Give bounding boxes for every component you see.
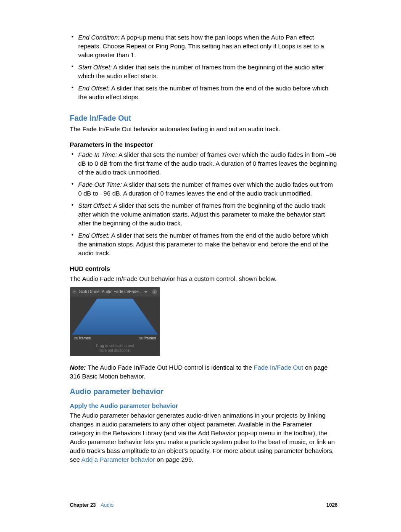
bullet-text: A slider that sets the number of frames … bbox=[78, 232, 328, 257]
info-icon[interactable]: i bbox=[152, 289, 157, 294]
body-after: on page 299. bbox=[155, 456, 194, 463]
list-item: Start Offset: A slider that sets the num… bbox=[70, 63, 338, 80]
fade-params-list: Fade In Time: A slider that sets the num… bbox=[70, 150, 338, 257]
hud-panel: × Scifi Drone: Audio Fade In/Fade… i 20 … bbox=[70, 287, 160, 356]
hud-title: Scifi Drone: Audio Fade In/Fade… bbox=[79, 289, 143, 294]
section-label: Audio bbox=[100, 502, 113, 508]
bullet-term: Start Offset: bbox=[78, 64, 112, 71]
hud-heading: HUD controls bbox=[70, 264, 338, 273]
left-frames: 20 frames bbox=[74, 336, 91, 341]
add-param-link[interactable]: Add a Parameter behavior bbox=[82, 456, 155, 463]
hud-hint: Drag to set fade in and fade out duratio… bbox=[70, 341, 160, 354]
apply-audio-sub: Apply the Audio parameter behavior bbox=[70, 401, 338, 410]
page-content: End Condition: A pop-up menu that sets h… bbox=[70, 33, 338, 466]
bullet-term: End Offset: bbox=[78, 85, 110, 92]
fade-graph[interactable] bbox=[70, 296, 160, 335]
list-item: End Offset: A slider that sets the numbe… bbox=[70, 231, 338, 257]
note-before: The Audio Fade In/Fade Out HUD control i… bbox=[88, 364, 254, 371]
bullet-text: A slider that sets the number of frames … bbox=[78, 202, 325, 227]
page-footer: Chapter 23 Audio 1026 bbox=[70, 502, 338, 509]
right-frames: 20 frames bbox=[139, 336, 156, 341]
bullet-text: A slider that sets the number of frames … bbox=[78, 151, 337, 176]
top-bullets: End Condition: A pop-up menu that sets h… bbox=[70, 33, 338, 101]
bullet-term: Fade In Time: bbox=[78, 151, 117, 158]
hud-intro: The Audio Fade In/Fade Out behavior has … bbox=[70, 274, 338, 283]
audio-param-body: The Audio parameter behavior generates a… bbox=[70, 411, 338, 464]
list-item: Fade Out Time: A slider that sets the nu… bbox=[70, 180, 338, 198]
bullet-term: End Condition: bbox=[78, 34, 119, 41]
params-heading: Parameters in the Inspector bbox=[70, 140, 338, 149]
list-item: Fade In Time: A slider that sets the num… bbox=[70, 150, 338, 177]
chapter-label: Chapter 23 bbox=[70, 502, 96, 508]
page-number: 1026 bbox=[326, 502, 338, 509]
bullet-text: A slider that sets the number of frames … bbox=[78, 85, 328, 101]
close-icon[interactable]: × bbox=[72, 290, 77, 294]
note-paragraph: Note: The Audio Fade In/Fade Out HUD con… bbox=[70, 363, 338, 381]
list-item: Start Offset: A slider that sets the num… bbox=[70, 201, 338, 228]
audio-param-heading: Audio parameter behavior bbox=[70, 386, 338, 397]
bullet-term: Start Offset: bbox=[78, 202, 112, 209]
bullet-term: End Offset: bbox=[78, 232, 110, 239]
fade-intro: The Fade In/Fade Out behavior automates … bbox=[70, 124, 338, 133]
hud-frame-labels: 20 frames 20 frames bbox=[70, 335, 160, 341]
fade-link[interactable]: Fade In/Fade Out bbox=[254, 364, 303, 371]
list-item: End Condition: A pop-up menu that sets h… bbox=[70, 33, 338, 59]
svg-marker-0 bbox=[72, 299, 158, 335]
fade-heading: Fade In/Fade Out bbox=[70, 113, 338, 124]
note-label: Note: bbox=[70, 364, 88, 371]
bullet-text: A slider that sets the number of frames … bbox=[78, 64, 324, 79]
bullet-term: Fade Out Time: bbox=[78, 181, 122, 188]
list-item: End Offset: A slider that sets the numbe… bbox=[70, 84, 338, 101]
chevron-down-icon[interactable] bbox=[144, 291, 148, 293]
hud-titlebar: × Scifi Drone: Audio Fade In/Fade… i bbox=[70, 287, 160, 296]
